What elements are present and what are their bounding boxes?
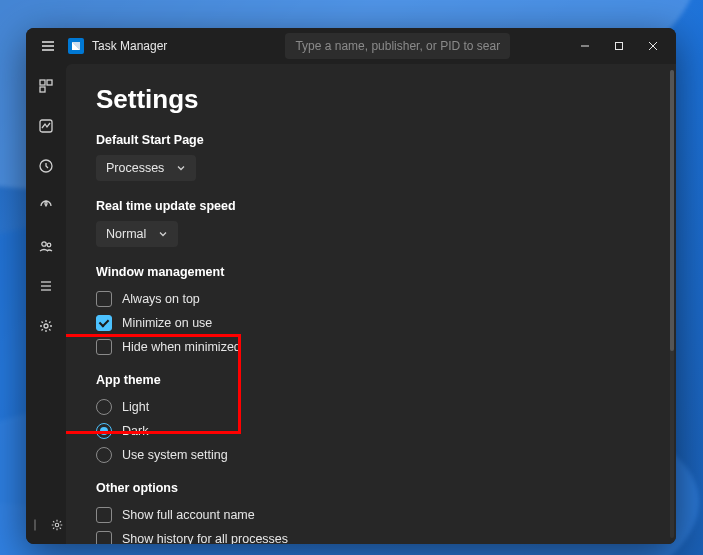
theme-system-radio[interactable]: Use system setting xyxy=(96,443,676,467)
minimize-button[interactable] xyxy=(568,31,602,61)
svg-rect-9 xyxy=(40,87,45,92)
show-history-all-checkbox[interactable]: Show history for all processes xyxy=(96,527,676,544)
always-on-top-label: Always on top xyxy=(122,292,200,306)
task-manager-window: Task Manager Settings Default Start Page xyxy=(26,28,676,544)
app-theme-label: App theme xyxy=(96,373,676,387)
theme-light-radio[interactable]: Light xyxy=(96,395,676,419)
nav-details[interactable] xyxy=(32,272,60,300)
radio-icon xyxy=(96,447,112,463)
show-full-account-name-checkbox[interactable]: Show full account name xyxy=(96,503,676,527)
default-start-page-value: Processes xyxy=(106,161,164,175)
svg-rect-4 xyxy=(616,43,623,50)
show-history-all-label: Show history for all processes xyxy=(122,532,288,544)
nav-services[interactable] xyxy=(32,312,60,340)
update-speed-label: Real time update speed xyxy=(96,199,676,213)
chevron-down-icon xyxy=(176,163,186,173)
nav-users[interactable] xyxy=(32,232,60,260)
search-input[interactable] xyxy=(285,33,510,59)
settings-page: Settings Default Start Page Processes Re… xyxy=(66,64,676,544)
maximize-button[interactable] xyxy=(602,31,636,61)
nav-rail xyxy=(26,64,66,544)
svg-rect-8 xyxy=(47,80,52,85)
nav-processes[interactable] xyxy=(32,72,60,100)
minimize-on-use-label: Minimize on use xyxy=(122,316,212,330)
checkbox-icon xyxy=(96,531,112,544)
svg-rect-7 xyxy=(40,80,45,85)
titlebar: Task Manager xyxy=(26,28,676,64)
page-title: Settings xyxy=(96,84,676,115)
minimize-on-use-checkbox[interactable]: Minimize on use xyxy=(96,311,676,335)
svg-point-13 xyxy=(47,243,51,247)
theme-system-label: Use system setting xyxy=(122,448,228,462)
nav-performance[interactable] xyxy=(32,112,60,140)
scrollbar-thumb[interactable] xyxy=(670,70,674,351)
radio-icon xyxy=(96,423,112,439)
svg-point-12 xyxy=(42,242,46,246)
checkbox-icon xyxy=(96,291,112,307)
update-speed-value: Normal xyxy=(106,227,146,241)
app-title: Task Manager xyxy=(92,39,167,53)
svg-point-17 xyxy=(44,324,48,328)
radio-icon xyxy=(96,399,112,415)
hamburger-menu-button[interactable] xyxy=(36,34,60,58)
close-button[interactable] xyxy=(636,31,670,61)
default-start-page-label: Default Start Page xyxy=(96,133,676,147)
nav-settings[interactable] xyxy=(48,516,66,534)
checkbox-icon xyxy=(96,315,112,331)
default-start-page-dropdown[interactable]: Processes xyxy=(96,155,196,181)
app-icon xyxy=(68,38,84,54)
scrollbar[interactable] xyxy=(670,70,674,538)
theme-dark-label: Dark xyxy=(122,424,148,438)
other-options-label: Other options xyxy=(96,481,676,495)
nav-startup-apps[interactable] xyxy=(32,192,60,220)
update-speed-dropdown[interactable]: Normal xyxy=(96,221,178,247)
always-on-top-checkbox[interactable]: Always on top xyxy=(96,287,676,311)
checkbox-icon xyxy=(96,339,112,355)
show-full-account-name-label: Show full account name xyxy=(122,508,255,522)
nav-divider-icon xyxy=(26,516,44,534)
theme-dark-radio[interactable]: Dark xyxy=(96,419,676,443)
window-management-label: Window management xyxy=(96,265,676,279)
chevron-down-icon xyxy=(158,229,168,239)
nav-app-history[interactable] xyxy=(32,152,60,180)
hide-when-minimized-checkbox[interactable]: Hide when minimized xyxy=(96,335,676,359)
theme-light-label: Light xyxy=(122,400,149,414)
checkbox-icon xyxy=(96,507,112,523)
svg-point-19 xyxy=(55,523,59,527)
hide-when-minimized-label: Hide when minimized xyxy=(122,340,241,354)
